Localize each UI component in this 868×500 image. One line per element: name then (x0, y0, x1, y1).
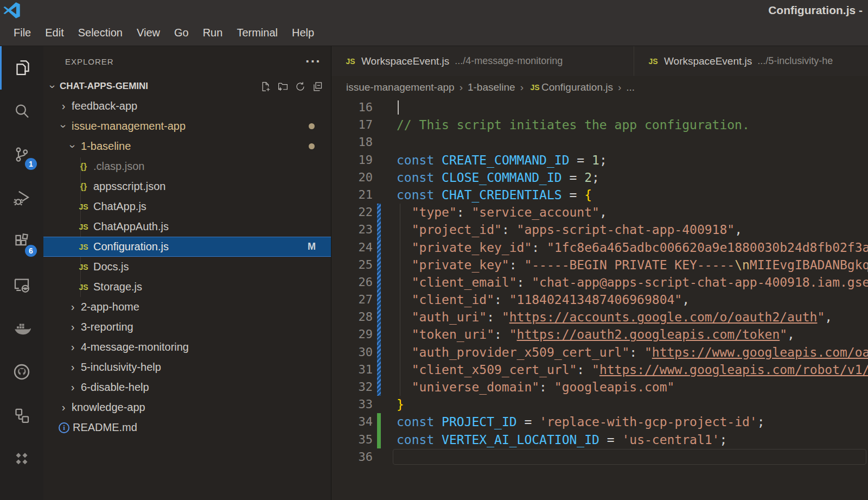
line-number[interactable]: 24 (331, 239, 373, 256)
tree-item-label: knowledge-app (72, 401, 145, 414)
tree-item-knowledge-app[interactable]: knowledge-app (43, 397, 331, 417)
line-number[interactable]: 29 (331, 326, 373, 343)
code-line-25[interactable]: 25 "private_key": "-----BEGIN PRIVATE KE… (331, 256, 868, 274)
code-line-34[interactable]: 34const PROJECT_ID = 'replace-with-gcp-p… (331, 413, 868, 431)
line-number[interactable]: 18 (331, 134, 373, 151)
json-file-icon (77, 162, 90, 172)
search-icon[interactable] (0, 90, 43, 133)
run-and-debug-icon[interactable] (0, 176, 43, 220)
line-number[interactable]: 31 (331, 361, 373, 378)
extensions-icon[interactable]: 6 (0, 220, 43, 263)
new-folder-icon[interactable] (277, 81, 289, 92)
workspace-section-header[interactable]: CHAT-APPS-GEMINI (43, 77, 331, 96)
code-line-20[interactable]: 20const CLOSE_COMMAND_ID = 2; (331, 169, 868, 186)
tree-item-docs-js[interactable]: Docs.js (43, 257, 331, 277)
code-line-16[interactable]: 16 (331, 99, 868, 116)
js-file-icon (77, 243, 90, 251)
tree-item-6-disable-help[interactable]: 6-disable-help (43, 377, 331, 397)
tree-item-storage-js[interactable]: Storage.js (43, 277, 331, 297)
code-line-26[interactable]: 26 "client_email": "chat-app@apps-script… (331, 274, 868, 291)
tree-item--clasp-json[interactable]: .clasp.json (43, 156, 331, 176)
code-line-29[interactable]: 29 "token_uri": "https://oauth2.googleap… (331, 326, 868, 343)
line-number[interactable]: 35 (331, 431, 373, 448)
menu-go[interactable]: Go (167, 23, 196, 42)
code-line-21[interactable]: 21const CHAT_CREDENTIALS = { (331, 186, 868, 204)
code-line-35[interactable]: 35const VERTEX_AI_LOCATION_ID = 'us-cent… (331, 431, 868, 448)
tree-item-1-baseline[interactable]: 1-baseline (43, 136, 331, 156)
line-number[interactable]: 36 (331, 448, 373, 466)
line-number[interactable]: 26 (331, 274, 373, 291)
line-number[interactable]: 20 (331, 169, 373, 186)
code-editor[interactable]: 1617// This script initiates the app con… (331, 99, 868, 500)
code-line-18[interactable]: 18 (331, 134, 868, 151)
menu-terminal[interactable]: Terminal (229, 23, 285, 42)
breadcrumb-folder[interactable]: issue-management-app (346, 81, 455, 93)
code-line-28[interactable]: 28 "auth_uri": "https://accounts.google.… (331, 308, 868, 326)
code-text: const CLOSE_COMMAND_ID = 2; (397, 169, 599, 186)
line-number[interactable]: 19 (331, 151, 373, 169)
menu-view[interactable]: View (130, 23, 167, 42)
line-number[interactable]: 28 (331, 308, 373, 326)
tab-workspaceevent-4-message-monitoring[interactable]: WorkspaceEvent.js .../4-message-monitori… (331, 46, 634, 76)
code-text: "private_key_id": "1fc8e6a465adbc006620a… (397, 239, 868, 256)
code-line-30[interactable]: 30 "auth_provider_x509_cert_url": "https… (331, 344, 868, 361)
menu-selection[interactable]: Selection (71, 23, 130, 42)
menu-help[interactable]: Help (285, 23, 321, 42)
code-line-36[interactable]: 36 (331, 448, 868, 466)
tree-item-readme-md[interactable]: README.md (43, 417, 331, 438)
tree-item-feedback-app[interactable]: feedback-app (43, 96, 331, 116)
code-line-19[interactable]: 19const CREATE_COMMAND_ID = 1; (331, 151, 868, 169)
vscode-logo-icon (3, 1, 21, 20)
tree-item-5-inclusivity-help[interactable]: 5-inclusivity-help (43, 357, 331, 377)
line-number[interactable]: 21 (331, 186, 373, 204)
more-actions-icon[interactable] (305, 59, 321, 64)
tree-item-label: .clasp.json (93, 160, 145, 173)
code-line-33[interactable]: 33} (331, 396, 868, 413)
code-line-17[interactable]: 17// This script initiates the app confi… (331, 116, 868, 134)
line-number[interactable]: 25 (331, 256, 373, 274)
menu-run[interactable]: Run (196, 23, 230, 42)
refresh-icon[interactable] (295, 81, 306, 92)
menu-edit[interactable]: Edit (38, 23, 71, 42)
code-line-32[interactable]: 32 "universe_domain": "googleapis.com" (331, 378, 868, 396)
tree-item-label: 2-app-home (81, 301, 139, 313)
breadcrumb-file[interactable]: Configuration.js (528, 81, 613, 93)
menu-file[interactable]: File (7, 23, 38, 42)
tree-item-configuration-js[interactable]: Configuration.jsM (43, 237, 331, 257)
remote-explorer-icon[interactable] (0, 263, 43, 307)
code-line-24[interactable]: 24 "private_key_id": "1fc8e6a465adbc0066… (331, 239, 868, 256)
tree-item-chatappauth-js[interactable]: ChatAppAuth.js (43, 217, 331, 237)
code-line-31[interactable]: 31 "client_x509_cert_url": "https://www.… (331, 361, 868, 378)
tree-item-label: 5-inclusivity-help (81, 361, 161, 374)
new-file-icon[interactable] (260, 81, 271, 92)
collapse-folders-icon[interactable] (312, 81, 323, 92)
tree-item-3-reporting[interactable]: 3-reporting (43, 317, 331, 337)
tree-item-4-message-monitoring[interactable]: 4-message-monitoring (43, 337, 331, 357)
linked-squares-extension-icon[interactable] (0, 394, 43, 437)
line-number[interactable]: 32 (331, 378, 373, 396)
tree-item-issue-management-app[interactable]: issue-management-app (43, 116, 331, 136)
line-number[interactable]: 27 (331, 291, 373, 308)
docker-icon[interactable] (0, 307, 43, 350)
breadcrumb-symbol[interactable]: ... (626, 81, 635, 93)
tab-workspaceevent-5-inclusivity-help[interactable]: WorkspaceEvent.js .../5-inclusivity-he (634, 46, 868, 76)
explorer-icon[interactable] (0, 46, 43, 90)
line-number[interactable]: 16 (331, 99, 373, 116)
diamonds-extension-icon[interactable] (0, 437, 43, 480)
tree-item-appsscript-json[interactable]: appsscript.json (43, 176, 331, 197)
line-number[interactable]: 34 (331, 413, 373, 431)
line-number[interactable]: 30 (331, 344, 373, 361)
line-number[interactable]: 22 (331, 204, 373, 221)
github-icon[interactable] (0, 350, 43, 394)
breadcrumb-folder[interactable]: 1-baseline (468, 81, 515, 93)
source-control-icon[interactable]: 1 (0, 133, 43, 176)
line-number[interactable]: 17 (331, 116, 373, 134)
code-line-23[interactable]: 23 "project_id": "apps-script-chat-app-4… (331, 221, 868, 238)
code-line-27[interactable]: 27 "client_id": "118402413487406969804", (331, 291, 868, 308)
tree-item-2-app-home[interactable]: 2-app-home (43, 297, 331, 317)
tree-item-chatapp-js[interactable]: ChatApp.js (43, 197, 331, 217)
code-line-22[interactable]: 22 "type": "service_account", (331, 204, 868, 221)
code-text: "private_key": "-----BEGIN PRIVATE KEY--… (397, 256, 868, 274)
line-number[interactable]: 33 (331, 396, 373, 413)
line-number[interactable]: 23 (331, 221, 373, 238)
